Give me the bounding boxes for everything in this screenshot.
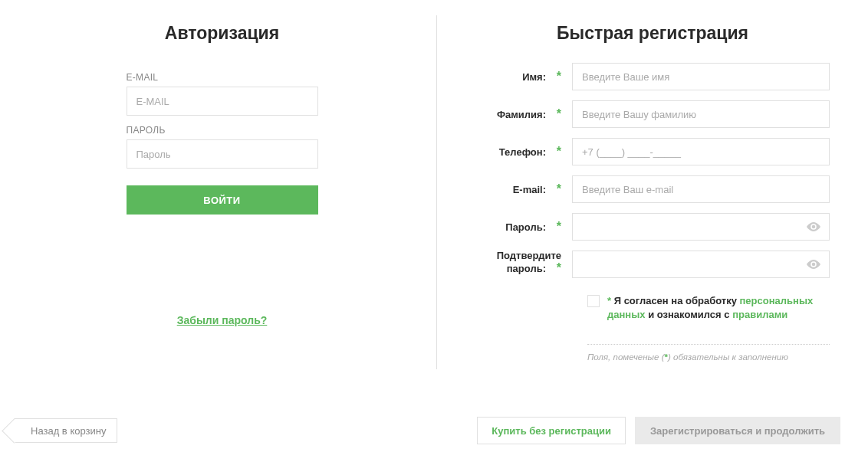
- registration-column: Быстрая регистрация Имя:* Фамилия:* Теле…: [437, 15, 853, 369]
- eye-icon[interactable]: [807, 260, 820, 269]
- required-star: *: [551, 145, 561, 159]
- required-star: *: [551, 220, 561, 234]
- required-star: *: [551, 70, 561, 84]
- name-label: Имя:: [522, 71, 546, 83]
- reg-row-password: Пароль:*: [475, 213, 830, 241]
- login-button[interactable]: ВОЙТИ: [127, 185, 318, 215]
- reg-row-phone: Телефон:*: [475, 138, 830, 165]
- eye-icon[interactable]: [807, 222, 820, 231]
- consent-row: * Я согласен на обработку персональных д…: [587, 294, 830, 321]
- reg-row-surname: Фамилия:*: [475, 100, 830, 128]
- confirm-label-1: Подтвердите: [475, 251, 561, 261]
- register-continue-button[interactable]: Зарегистрироваться и продолжить: [635, 417, 840, 444]
- required-star: *: [551, 182, 561, 196]
- divider: [587, 344, 830, 345]
- password-input[interactable]: [127, 139, 318, 169]
- reg-password-input[interactable]: [572, 213, 830, 241]
- required-star: *: [551, 261, 561, 275]
- bottom-bar: Назад в корзину Купить без регистрации З…: [14, 417, 840, 444]
- required-star: *: [551, 107, 561, 121]
- rules-link[interactable]: правилами: [732, 309, 787, 320]
- reg-row-confirm: Подтвердите пароль:*: [475, 251, 830, 278]
- auth-column: Авторизация E-MAIL ПАРОЛЬ ВОЙТИ Забыли п…: [15, 15, 437, 369]
- reg-password-label: Пароль:: [505, 221, 546, 233]
- phone-input[interactable]: [572, 138, 830, 165]
- surname-label: Фамилия:: [497, 109, 546, 120]
- consent-text: * Я согласен на обработку персональных д…: [607, 294, 830, 321]
- confirm-label-2: пароль:: [507, 263, 546, 274]
- surname-input[interactable]: [572, 100, 830, 128]
- required-note: Поля, помеченые (*) обязательны к заполн…: [587, 352, 830, 362]
- auth-heading: Авторизация: [69, 23, 375, 44]
- consent-checkbox[interactable]: [587, 295, 600, 307]
- email-input[interactable]: [127, 87, 318, 116]
- back-to-cart-button[interactable]: Назад в корзину: [14, 418, 117, 443]
- reg-email-input[interactable]: [572, 175, 830, 203]
- forgot-password-link[interactable]: Забыли пароль?: [69, 314, 375, 326]
- name-input[interactable]: [572, 63, 830, 90]
- phone-label: Телефон:: [499, 146, 546, 158]
- auth-form: E-MAIL ПАРОЛЬ ВОЙТИ: [127, 63, 318, 215]
- registration-heading: Быстрая регистрация: [475, 23, 830, 44]
- reg-email-label: E-mail:: [513, 184, 546, 195]
- reg-row-name: Имя:*: [475, 63, 830, 90]
- email-label: E-MAIL: [127, 72, 318, 83]
- back-label: Назад в корзину: [31, 425, 106, 437]
- confirm-password-input[interactable]: [572, 251, 830, 278]
- reg-row-email: E-mail:*: [475, 175, 830, 203]
- password-label: ПАРОЛЬ: [127, 125, 318, 136]
- buy-without-registration-button[interactable]: Купить без регистрации: [477, 417, 626, 444]
